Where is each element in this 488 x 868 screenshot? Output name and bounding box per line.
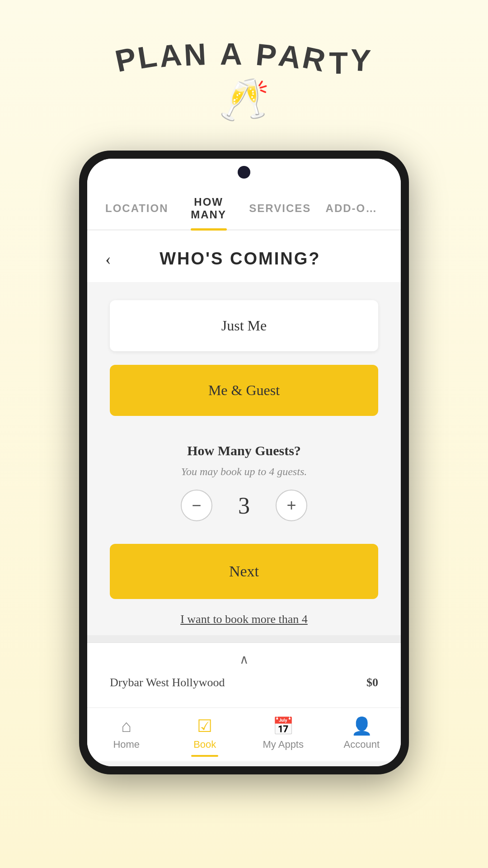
main-content: ‹ WHO'S COMING? Just Me Me & Guest How M… xyxy=(87,231,401,766)
location-name: Drybar West Hollywood xyxy=(110,676,225,689)
page-title: WHO'S COMING? xyxy=(120,249,383,269)
back-button[interactable]: ‹ xyxy=(105,249,111,269)
champagne-glasses-icon: 🥂 xyxy=(219,76,269,123)
guest-count: 3 xyxy=(230,492,258,519)
nav-label-my-appts: My Appts xyxy=(263,739,304,750)
chevron-up-icon[interactable]: ∧ xyxy=(101,652,387,671)
tab-location[interactable]: LOCATION xyxy=(101,192,173,223)
guests-title: How Many Guests? xyxy=(187,443,301,458)
account-icon: 👤 xyxy=(351,716,372,736)
me-and-guest-button[interactable]: Me & Guest xyxy=(110,365,378,416)
camera-dot xyxy=(238,166,250,179)
nav-label-account: Account xyxy=(344,739,380,750)
just-me-button[interactable]: Just Me xyxy=(110,300,378,351)
page-header: ‹ WHO'S COMING? xyxy=(87,231,401,282)
guests-section: How Many Guests? You may book up to 4 gu… xyxy=(87,434,401,530)
top-header: PLAN A PARTY 🥂 xyxy=(114,0,374,123)
tab-add-ons[interactable]: ADD-O… xyxy=(316,192,387,223)
plan-a-party-title: PLAN A PARTY xyxy=(114,36,374,71)
nav-item-book[interactable]: ☑ Book xyxy=(166,716,244,757)
phone-screen: LOCATION HOW MANY SERVICES ADD-O… ‹ WHO'… xyxy=(87,159,401,766)
book-icon: ☑ xyxy=(197,716,212,736)
nav-item-account[interactable]: 👤 Account xyxy=(323,716,401,757)
counter-row: − 3 + xyxy=(181,490,307,521)
bottom-bar: ∧ Drybar West Hollywood $0 xyxy=(87,642,401,708)
nav-label-home: Home xyxy=(113,739,140,750)
increment-button[interactable]: + xyxy=(276,490,307,521)
phone-top-bar xyxy=(87,159,401,186)
home-icon: ⌂ xyxy=(121,716,131,736)
nav-label-book: Book xyxy=(193,739,216,750)
bottom-navigation: ⌂ Home ☑ Book 📅 My Appts 👤 Account xyxy=(87,708,401,761)
guests-subtitle: You may book up to 4 guests. xyxy=(181,466,307,478)
location-row: Drybar West Hollywood $0 xyxy=(101,671,387,698)
nav-active-indicator xyxy=(191,755,218,757)
section-divider xyxy=(87,635,401,642)
next-button[interactable]: Next xyxy=(110,544,378,599)
nav-item-my-appts[interactable]: 📅 My Appts xyxy=(244,716,323,757)
options-area: Just Me Me & Guest xyxy=(87,282,401,434)
tab-how-many[interactable]: HOW MANY xyxy=(173,186,244,229)
nav-item-home[interactable]: ⌂ Home xyxy=(87,716,166,757)
tab-navigation: LOCATION HOW MANY SERVICES ADD-O… xyxy=(87,186,401,231)
tab-services[interactable]: SERVICES xyxy=(244,192,316,223)
next-section: Next I want to book more than 4 xyxy=(87,530,401,635)
book-more-link[interactable]: I want to book more than 4 xyxy=(180,613,308,626)
decrement-button[interactable]: − xyxy=(181,490,212,521)
phone-frame: LOCATION HOW MANY SERVICES ADD-O… ‹ WHO'… xyxy=(79,151,409,774)
price-display: $0 xyxy=(366,676,378,689)
my-appts-icon: 📅 xyxy=(272,716,294,736)
